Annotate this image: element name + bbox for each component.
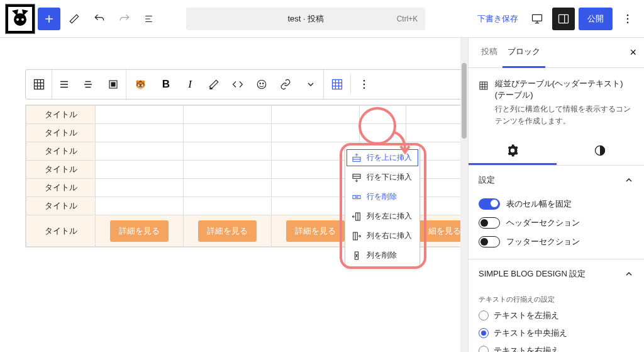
detail-button[interactable]: 細を見る [419, 220, 460, 242]
insert-col-right[interactable]: 列を右に挿入 [345, 226, 419, 246]
settings-sidebar: 投稿 ブロック × 縦並びテーブル(ヘッダーテキスト) (テーブル) 行と列に構… [468, 38, 644, 352]
block-toolbar: 🐯 B I [25, 69, 460, 99]
save-draft-button[interactable]: 下書き保存 [474, 9, 522, 28]
emoji-button[interactable]: 🐯 [126, 70, 154, 99]
italic-button[interactable]: I [178, 70, 202, 99]
svg-rect-4 [532, 14, 541, 21]
top-toolbar: test · 投稿 Ctrl+K 下書き保存 公開 [0, 0, 644, 38]
block-info: 縦並びテーブル(ヘッダーテキスト) (テーブル) 行と列に構造化して情報を表示す… [469, 68, 644, 137]
align-right-radio[interactable]: テキストを右揃え [469, 342, 644, 352]
header-section-toggle[interactable] [479, 217, 500, 229]
svg-point-13 [260, 83, 261, 84]
subtab-settings[interactable] [469, 137, 557, 165]
close-sidebar-button[interactable]: × [630, 46, 636, 59]
detail-button[interactable]: 詳細を見る [198, 220, 257, 242]
code-button[interactable] [226, 70, 250, 99]
canvas-scrollbar[interactable] [460, 38, 468, 352]
edit-mode-button[interactable] [63, 8, 86, 30]
svg-rect-5 [558, 14, 568, 23]
position-button[interactable] [100, 70, 126, 99]
document-overview-button[interactable] [138, 8, 161, 30]
table-row: タイトル [26, 106, 461, 124]
more-rich-text-button[interactable] [297, 70, 324, 99]
editor-canvas[interactable]: 🐯 B I タイトル タイトル タイトル タイトル タイトル タイトル タイトル [0, 38, 460, 352]
detail-button[interactable]: 詳細を見る [110, 220, 169, 242]
svg-point-1 [14, 13, 26, 26]
settings-panel-header[interactable]: 設定 [469, 166, 644, 195]
smiley-button[interactable] [250, 70, 274, 99]
svg-rect-25 [480, 82, 487, 89]
svg-point-14 [263, 83, 264, 84]
align-button[interactable] [52, 70, 76, 99]
align-left-radio[interactable]: テキストを左揃え [469, 307, 644, 324]
align-center-radio[interactable]: テキストを中央揃え [469, 324, 644, 342]
redo-button[interactable] [113, 8, 136, 30]
bold-button[interactable]: B [154, 70, 178, 99]
table-icon [479, 78, 489, 93]
sidebar-toggle-button[interactable] [552, 8, 575, 30]
svg-point-7 [627, 18, 629, 20]
tab-block[interactable]: ブロック [502, 38, 545, 68]
undo-button[interactable] [88, 8, 111, 30]
footer-section-toggle[interactable] [479, 236, 500, 247]
insert-row-below[interactable]: 行を下に挿入 [345, 167, 419, 187]
fixed-width-toggle[interactable] [479, 198, 500, 210]
insert-row-above[interactable]: 行を上に挿入 [345, 148, 419, 167]
block-title: 縦並びテーブル(ヘッダーテキスト) (テーブル) [495, 78, 634, 101]
publish-button[interactable]: 公開 [579, 8, 613, 30]
detail-button[interactable]: 詳細を見る [286, 220, 345, 242]
block-type-button[interactable] [26, 70, 52, 99]
svg-point-3 [21, 18, 24, 21]
tab-post[interactable]: 投稿 [476, 38, 502, 68]
add-block-button[interactable] [38, 8, 60, 30]
insert-col-left[interactable]: 列を左に挿入 [345, 207, 419, 226]
link-button[interactable] [274, 70, 297, 99]
block-options-button[interactable] [351, 70, 377, 99]
block-description: 行と列に構造化して情報を表示するコンテンツを作成します。 [495, 103, 634, 127]
table-edit-button[interactable] [324, 70, 350, 99]
view-desktop-button[interactable] [526, 8, 548, 30]
svg-point-12 [257, 80, 266, 89]
command-palette-shortcut: Ctrl+K [397, 14, 418, 23]
table-edit-dropdown: 行を上に挿入 行を下に挿入 行を削除 列を左に挿入 列を右に挿入 列を削除 [345, 145, 420, 268]
svg-rect-15 [333, 80, 342, 89]
site-logo[interactable] [5, 4, 35, 34]
text-align-title: テキストの行揃えの設定 [469, 288, 644, 307]
options-button[interactable] [616, 8, 639, 30]
document-title-bar[interactable]: test · 投稿 Ctrl+K [186, 8, 425, 30]
highlight-button[interactable] [202, 70, 226, 99]
sbd-panel-header[interactable]: SIMPLE BLOG DESIGN 設定 [469, 259, 644, 288]
svg-point-6 [627, 14, 629, 16]
svg-rect-9 [34, 80, 43, 89]
delete-row[interactable]: 行を削除 [345, 187, 419, 207]
chevron-up-icon [624, 175, 634, 185]
svg-point-18 [364, 88, 365, 89]
svg-point-2 [16, 18, 19, 21]
chevron-up-icon [624, 269, 634, 279]
justify-button[interactable] [76, 70, 100, 99]
svg-point-16 [364, 80, 365, 82]
subtab-styles[interactable] [557, 137, 645, 165]
svg-point-8 [627, 21, 629, 23]
svg-point-17 [364, 84, 365, 86]
document-title: test · 投稿 [287, 13, 324, 25]
svg-rect-11 [111, 82, 115, 86]
table-row: タイトル [26, 124, 461, 142]
delete-col[interactable]: 列を削除 [345, 246, 419, 265]
